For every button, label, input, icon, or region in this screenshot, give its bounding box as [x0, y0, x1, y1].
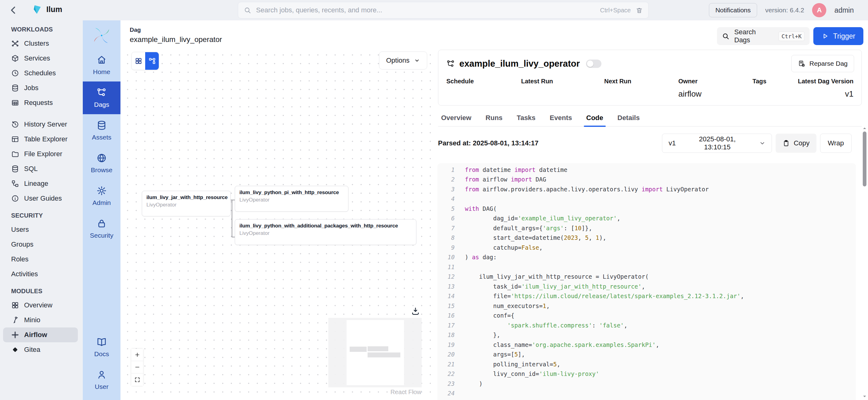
- code-line: 24: [437, 389, 856, 398]
- trigger-button[interactable]: Trigger: [813, 27, 863, 45]
- scrollbar-thumb[interactable]: [863, 131, 866, 187]
- reparse-label: Reparse Dag: [809, 60, 847, 67]
- sidebar-item-airflow[interactable]: Airflow: [3, 328, 78, 342]
- code-line: 8 start_date=datetime(2023, 5, 1),: [437, 233, 856, 243]
- clusters-icon: [11, 39, 19, 47]
- tab-tasks[interactable]: Tasks: [517, 109, 536, 126]
- graph-view-icon: [148, 57, 156, 65]
- sidebar-item-label: SQL: [24, 165, 38, 173]
- afnav-label: Dags: [94, 101, 109, 108]
- zoom-controls: [131, 349, 143, 386]
- afnav-home[interactable]: Home: [83, 49, 121, 81]
- code-line: 10) as dag:: [437, 253, 856, 262]
- code-line: 7 default_args={'args': [10]},: [437, 223, 856, 233]
- scroll-up-button[interactable]: [862, 126, 867, 131]
- download-graph-button[interactable]: [411, 306, 420, 316]
- code-line: 11: [437, 262, 856, 272]
- sidebar-item-overview[interactable]: Overview: [3, 298, 78, 313]
- tab-events[interactable]: Events: [550, 109, 572, 126]
- dag-pause-toggle[interactable]: [586, 60, 601, 68]
- chevron-down-icon: [759, 140, 766, 146]
- code-viewer[interactable]: 1from datetime import datetime2from airf…: [437, 163, 856, 400]
- version-label: version: 6.4.2: [765, 6, 804, 14]
- afnav-browse[interactable]: Browse: [83, 147, 121, 180]
- dag-version-select[interactable]: v1 2025-08-01, 13:10:15: [662, 134, 772, 153]
- sidebar-item-requests[interactable]: Requests: [3, 95, 78, 110]
- fit-view-button[interactable]: [131, 373, 143, 386]
- brand[interactable]: Ilum: [32, 4, 62, 15]
- section-security: SECURITY: [11, 212, 83, 219]
- copy-button[interactable]: Copy: [776, 134, 816, 153]
- afnav-dags[interactable]: Dags: [83, 81, 121, 114]
- view-toggle: [131, 52, 159, 70]
- graph-view-button[interactable]: [145, 52, 159, 70]
- avatar[interactable]: A: [812, 3, 826, 17]
- afnav-admin[interactable]: Admin: [83, 180, 121, 212]
- options-button[interactable]: Options: [379, 52, 427, 69]
- search-icon: [244, 6, 251, 14]
- sidebar-item-roles[interactable]: Roles: [3, 252, 78, 267]
- afnav-security[interactable]: Security: [83, 212, 121, 245]
- global-search-input[interactable]: Search jobs, queries, recents, and more.…: [238, 2, 649, 19]
- reactflow-canvas[interactable]: Options ilum_livy_jar_with_http_resource…: [121, 48, 432, 400]
- panel-scrollbar: [862, 126, 867, 400]
- sidebar-item-file-explorer[interactable]: File Explorer: [3, 146, 78, 161]
- sidebar-item-label: Activities: [11, 270, 38, 278]
- field-tags: Tags: [752, 78, 798, 99]
- wrap-button[interactable]: Wrap: [820, 134, 851, 153]
- sidebar-item-table-explorer[interactable]: Table Explorer: [3, 132, 78, 146]
- sidebar-item-gitea[interactable]: Gitea: [3, 342, 78, 357]
- sidebar-item-sql[interactable]: SQL: [3, 161, 78, 176]
- admin-icon: [96, 186, 107, 196]
- grid-view-button[interactable]: [132, 52, 145, 70]
- notifications-button[interactable]: Notifications: [709, 3, 757, 17]
- afnav-user[interactable]: User: [83, 364, 121, 396]
- search-dags-label: Search Dags: [734, 28, 773, 44]
- sidebar-item-history-server[interactable]: History Server: [3, 117, 78, 132]
- scroll-down-button[interactable]: [862, 394, 867, 399]
- code-line: 9 catchup=False,: [437, 242, 856, 253]
- tab-details[interactable]: Details: [618, 109, 640, 126]
- code-line: 12 ilum_livy_jar_with_http_resource = Li…: [437, 272, 856, 282]
- user-guides-icon: [11, 195, 19, 202]
- sidebar-item-user-guides[interactable]: User Guides: [3, 191, 78, 206]
- reactflow-attribution[interactable]: React Flow: [391, 389, 421, 396]
- trash-icon[interactable]: [636, 7, 643, 14]
- tab-overview[interactable]: Overview: [441, 109, 471, 126]
- ilum-logo-icon: [32, 4, 43, 15]
- search-shortcut: Ctrl+Space: [600, 7, 631, 14]
- task-node[interactable]: ilum_livy_python_pi_with_http_resource L…: [235, 186, 348, 212]
- security-icon: [96, 218, 107, 229]
- username-label[interactable]: admin: [834, 6, 854, 14]
- sidebar-item-jobs[interactable]: Jobs: [3, 80, 78, 95]
- airflow-icon: [11, 331, 19, 339]
- dags-icon: [96, 87, 107, 98]
- tab-runs[interactable]: Runs: [486, 109, 503, 126]
- sidebar-item-activities[interactable]: Activities: [3, 267, 78, 281]
- code-line: 20 args=[5],: [437, 350, 856, 360]
- reparse-dag-button[interactable]: Reparse Dag: [792, 55, 854, 72]
- code-header-actions: v1 2025-08-01, 13:10:15 Copy Wrap: [662, 134, 851, 153]
- afnav-docs[interactable]: Docs: [83, 331, 121, 364]
- back-button[interactable]: [8, 4, 20, 16]
- app-root: Ilum Search jobs, queries, recents, and …: [0, 0, 868, 400]
- tab-code[interactable]: Code: [586, 109, 603, 126]
- zoom-in-button[interactable]: [131, 349, 143, 361]
- sidebar-item-groups[interactable]: Groups: [3, 237, 78, 252]
- sidebar-item-schedules[interactable]: Schedules: [3, 66, 78, 80]
- graph-minimap[interactable]: [328, 318, 422, 387]
- sidebar-item-users[interactable]: Users: [3, 222, 78, 237]
- task-node[interactable]: ilum_livy_python_with_additional_package…: [235, 219, 416, 245]
- search-dags-button[interactable]: Search Dags Ctrl+K: [717, 27, 810, 45]
- afnav-assets[interactable]: Assets: [83, 114, 121, 147]
- sidebar-item-clusters[interactable]: Clusters: [3, 36, 78, 51]
- sidebar-item-lineage[interactable]: Lineage: [3, 176, 78, 191]
- download-icon: [411, 306, 420, 316]
- sidebar-item-label: Groups: [11, 240, 33, 248]
- minimap-node: [368, 353, 400, 358]
- code-line: 21 polling_interval=5,: [437, 359, 856, 369]
- sidebar-item-minio[interactable]: Minio: [3, 313, 78, 328]
- task-node[interactable]: ilum_livy_jar_with_http_resource LivyOpe…: [142, 191, 231, 216]
- zoom-out-button[interactable]: [131, 361, 143, 373]
- sidebar-item-services[interactable]: Services: [3, 51, 78, 66]
